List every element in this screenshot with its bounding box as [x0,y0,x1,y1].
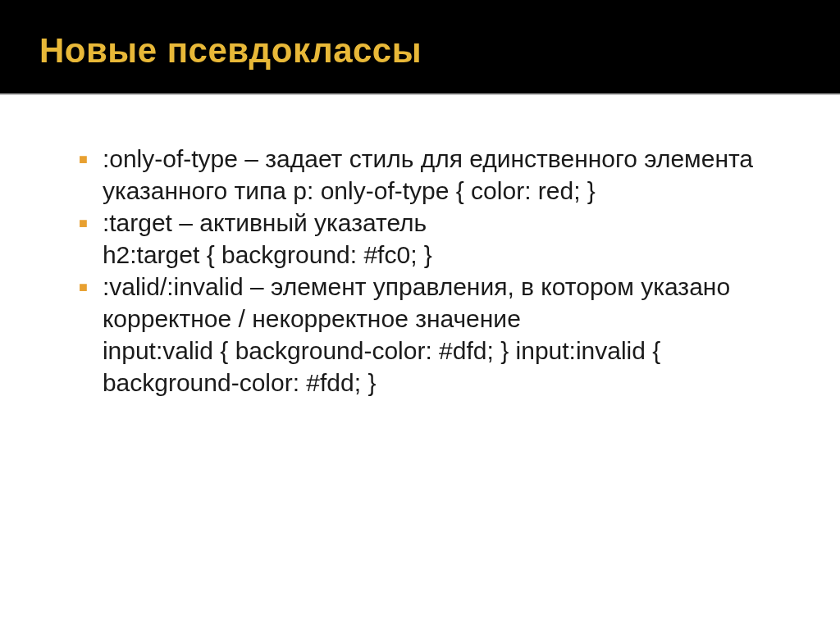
bullet-text: :target – активный указатель h2:target {… [103,207,432,271]
bullet-text: :valid/:invalid – элемент управления, в … [103,271,781,399]
list-item: ■ :target – активный указатель h2:target… [79,207,781,271]
bullet-icon: ■ [79,279,88,296]
bullet-text: :only-of-type – задает стиль для единств… [103,143,781,207]
bullet-icon: ■ [79,215,88,232]
list-item: ■ :valid/:invalid – элемент управления, … [79,271,781,399]
list-item: ■ :only-of-type – задает стиль для единс… [79,143,781,207]
slide-header: Новые псевдоклассы [0,0,840,95]
slide-content: ■ :only-of-type – задает стиль для единс… [0,95,840,431]
bullet-icon: ■ [79,151,88,168]
slide-title: Новые псевдоклассы [39,31,801,71]
